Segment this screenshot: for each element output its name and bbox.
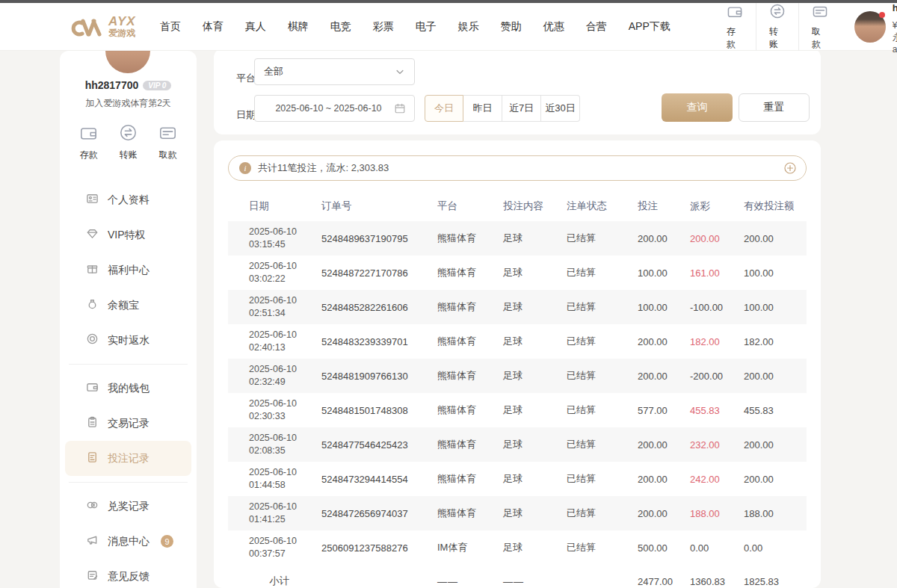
sidebar-item-福利中心[interactable]: 福利中心 [65,253,191,288]
permanent-url: 永久网址: ayx.com [893,31,897,55]
sidebar-item-消息中心[interactable]: 消息中心9 [65,524,191,559]
cell-order-number: 5248485282261606 [321,302,437,313]
nav-item-电子[interactable]: 电子 [416,20,437,34]
megaphone-icon [86,533,99,549]
filter-card: 平台: 全部 日期: 2025-06-10 ~ 2025-06-10 今日昨日近… [214,49,821,134]
menu-divider [69,364,188,365]
cell-order-number: 5248483239339701 [321,336,437,347]
nav-item-APP下载[interactable]: APP下载 [629,20,671,34]
nav-item-首页[interactable]: 首页 [160,20,181,34]
bet-records-card: i 共计11笔投注，流水: 2,303.83 日期订单号平台投注内容注单状态投注… [214,140,821,588]
cell-bet-amount: 200.00 [638,233,690,244]
cell-bet-amount: 200.00 [638,439,690,451]
sidebar-item-投注记录[interactable]: 投注记录 [65,441,191,476]
nav-item-赞助[interactable]: 赞助 [501,20,522,34]
cell-status: 已结算 [567,507,638,520]
cell-status: 已结算 [567,335,638,348]
cell-platform: 熊猫体育 [437,335,503,348]
range-button-昨日[interactable]: 昨日 [463,95,502,122]
sidebar-item-兑奖记录[interactable]: 兑奖记录 [65,489,191,524]
plus-circle-icon[interactable] [783,161,797,175]
header-action-存款[interactable]: 存款 [714,3,756,51]
menu-item-label: 兑奖记录 [108,500,150,513]
sidebar-action-存款[interactable]: 存款 [79,123,98,161]
sidebar-action-取款[interactable]: 取款 [158,123,177,161]
platform-value: 全部 [264,65,395,78]
range-button-近30日[interactable]: 近30日 [541,95,580,122]
menu-item-label: 实时返水 [108,334,150,347]
menu-item-label: 消息中心 [108,535,150,548]
range-button-今日[interactable]: 今日 [425,95,463,122]
sidebar-action-转账[interactable]: 转账 [119,123,138,161]
nav-item-娱乐[interactable]: 娱乐 [458,20,479,34]
idcard-icon [86,192,99,208]
menu-divider [69,482,188,483]
cell-payout: 455.83 [690,405,744,416]
cell-status: 已结算 [567,438,638,451]
header-action-转账[interactable]: 转账 [756,3,798,51]
date-range-input[interactable]: 2025-06-10 ~ 2025-06-10 [254,95,415,122]
cell-payout: 232.00 [690,439,744,451]
site-logo[interactable]: AYX 爱游戏 [71,14,136,40]
column-header-投注内容: 投注内容 [503,199,567,213]
sidebar-username: hh2817700 [85,79,139,91]
user-avatar[interactable] [854,11,886,43]
cell-valid-amount: 100.00 [744,302,807,313]
cell-bet-amount: 200.00 [638,371,690,382]
sidebar-item-意见反馈[interactable]: 意见反馈 [65,559,191,588]
cell-platform: 熊猫体育 [437,438,503,451]
nav-item-彩票[interactable]: 彩票 [373,20,394,34]
subtotal-content: —— [503,576,567,587]
cell-valid-amount: 188.00 [744,508,807,519]
nav-item-优惠[interactable]: 优惠 [543,20,564,34]
rebate-icon [86,332,99,348]
header-action-取款[interactable]: 取款 [798,3,841,51]
cell-bet-amount: 100.00 [638,267,690,279]
sidebar-item-交易记录[interactable]: 交易记录 [65,406,191,441]
cell-bet-amount: 200.00 [638,508,690,519]
cell-status: 已结算 [567,369,638,383]
table-row: 2025-06-1003:02:225248487227170786熊猫体育足球… [228,256,807,290]
nav-item-体育[interactable]: 体育 [203,20,224,34]
cell-payout: 242.00 [690,474,744,485]
cell-date: 2025-06-1002:32:49 [228,363,321,389]
platform-select[interactable]: 全部 [254,58,415,85]
menu-item-label: 福利中心 [108,264,150,277]
nav-item-真人[interactable]: 真人 [245,20,266,34]
reset-button[interactable]: 重置 [739,93,810,122]
clipboard-icon [86,415,99,431]
column-header-注单状态: 注单状态 [567,199,638,213]
balance-value: ¥0.00 [893,19,897,31]
action-label: 存款 [80,149,98,161]
nav-item-合营[interactable]: 合营 [586,20,607,34]
logo-name: AYX [108,15,136,28]
cell-payout: -100.00 [690,302,744,313]
wallet-icon [86,380,99,396]
cell-platform: 熊猫体育 [437,369,503,383]
cell-date: 2025-06-1002:08:35 [228,432,321,457]
cell-bet-content: 足球 [503,266,567,279]
bet-table: 日期订单号平台投注内容注单状态投注派彩有效投注额2025-06-1003:15:… [228,191,807,588]
table-row: 2025-06-1003:15:455248489637190795熊猫体育足球… [228,221,807,256]
table-row: 2025-06-1001:44:585248473294414554熊猫体育足球… [228,462,807,496]
action-label: 转账 [769,25,786,51]
table-header-row: 日期订单号平台投注内容注单状态投注派彩有效投注额 [228,191,807,221]
sidebar: hh2817700 VIP 0 加入爱游戏体育第2天 存款转账取款 个人资料VI… [60,51,197,588]
cell-bet-content: 足球 [503,300,567,314]
cell-bet-content: 足球 [503,507,567,520]
nav-item-棋牌[interactable]: 棋牌 [288,20,309,34]
search-button[interactable]: 查询 [662,93,733,122]
cell-bet-content: 足球 [503,335,567,348]
sidebar-item-余额宝[interactable]: 余额宝 [65,288,191,323]
sidebar-item-VIP特权[interactable]: VIP特权 [65,217,191,253]
sidebar-item-实时返水[interactable]: 实时返水 [65,323,191,358]
nav-item-电竞[interactable]: 电竞 [330,20,351,34]
cell-bet-content: 足球 [503,369,567,383]
cell-valid-amount: 182.00 [744,336,807,347]
transfer-icon [769,3,786,22]
sidebar-item-我的钱包[interactable]: 我的钱包 [65,371,191,406]
range-button-近7日[interactable]: 近7日 [502,95,541,122]
sidebar-item-个人资料[interactable]: 个人资料 [65,182,191,217]
cell-bet-amount: 100.00 [638,302,690,313]
calendar-icon [394,102,406,114]
